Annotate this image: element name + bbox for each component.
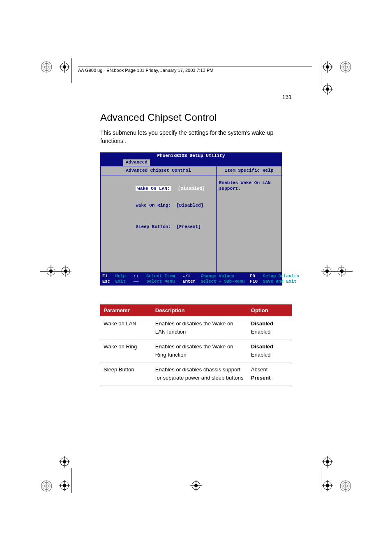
th-description: Description	[152, 304, 248, 316]
svg-point-63	[63, 484, 66, 487]
bios-screenshot: PhoenixBIOS Setup Utility Advanced Advan…	[100, 152, 282, 286]
cell-desc: Enables or disables chassis support for …	[152, 362, 248, 385]
cell-option: Disabled Enabled	[248, 316, 292, 339]
page-title: Advanced Chipset Control	[100, 112, 292, 123]
crop-line	[71, 58, 71, 83]
svg-point-31	[63, 65, 66, 69]
running-header: AA G900 ug - EN.book Page 131 Friday, Ja…	[78, 67, 312, 73]
registration-mark-icon	[322, 480, 333, 491]
registration-mark-icon	[190, 480, 202, 491]
svg-point-35	[326, 65, 329, 69]
registration-mark-icon	[59, 456, 70, 467]
crop-line	[324, 271, 353, 272]
page-number: 131	[100, 94, 292, 100]
cell-desc: Enables or disables the Wake on Ring fun…	[152, 339, 248, 362]
bios-tab-advanced: Advanced	[123, 159, 150, 166]
registration-mark-icon	[322, 83, 333, 95]
cell-option: Disabled Enabled	[248, 339, 292, 362]
registration-mark-icon	[322, 456, 333, 467]
page-content: 131 Advanced Chipset Control This submen…	[100, 94, 292, 385]
bios-field-label: Wake On LAN:	[136, 186, 171, 191]
crop-line	[40, 271, 69, 272]
bios-submenu-title: Advanced Chipset Control	[101, 166, 216, 176]
table-header-row: Parameter Description Option	[100, 304, 292, 316]
table-row: Wake on Ring Enables or disables the Wak…	[100, 339, 292, 362]
bios-tabbar: Advanced	[101, 159, 281, 166]
bios-footer: F1 Help ↑↓ Select Item -/+ Change Values…	[101, 273, 281, 285]
crop-ornament-icon	[339, 61, 352, 73]
svg-point-71	[326, 460, 329, 463]
cell-desc: Enables or disables the Wake on LAN func…	[152, 316, 248, 339]
crop-line	[321, 468, 321, 493]
bios-fields: Wake On LAN: [Disabled] Wake On Ring: [D…	[101, 175, 216, 272]
bios-field-value: [Disabled]	[176, 203, 203, 208]
bios-title: PhoenixBIOS Setup Utility	[101, 153, 281, 159]
table-row: Sleep Button Enables or disables chassis…	[100, 362, 292, 385]
bios-field-value: [Disabled]	[177, 186, 206, 191]
parameter-table: Parameter Description Option Wake on LAN…	[100, 304, 292, 385]
registration-mark-icon	[322, 61, 333, 73]
bios-field-value: [Present]	[176, 224, 201, 229]
crop-line	[71, 468, 71, 493]
cell-option: Absent Present	[248, 362, 292, 385]
bios-help-title: Item Specific Help	[217, 166, 281, 176]
table-row: Wake on LAN Enables or disables the Wake…	[100, 316, 292, 339]
registration-mark-icon	[59, 480, 70, 491]
crop-line	[321, 58, 321, 83]
cell-param: Sleep Button	[100, 362, 152, 385]
registration-mark-icon	[59, 61, 70, 73]
cell-param: Wake on Ring	[100, 339, 152, 362]
bios-field-label: Sleep Button:	[136, 224, 171, 229]
th-option: Option	[248, 304, 292, 316]
intro-text: This submenu lets you specify the settin…	[100, 129, 292, 145]
crop-ornament-icon	[40, 480, 53, 492]
crop-ornament-icon	[40, 61, 53, 73]
svg-point-39	[326, 88, 329, 91]
crop-ornament-icon	[339, 480, 352, 492]
svg-point-67	[194, 484, 198, 487]
cell-param: Wake on LAN	[100, 316, 152, 339]
bios-help-body: Enables Wake On LAN support.	[217, 175, 281, 197]
bios-field-label: Wake On Ring:	[136, 203, 171, 208]
svg-point-75	[326, 484, 329, 487]
th-parameter: Parameter	[100, 304, 152, 316]
svg-point-59	[63, 460, 66, 463]
